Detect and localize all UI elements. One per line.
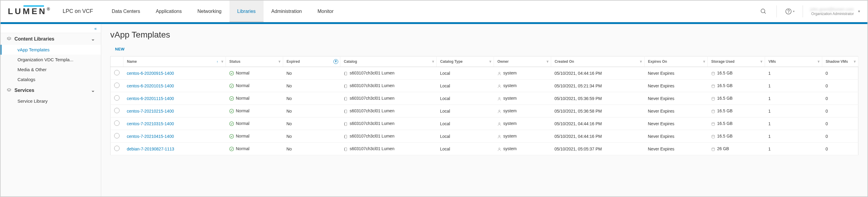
- col-catalog[interactable]: Catalog: [340, 56, 436, 67]
- expired-cell: No: [283, 143, 340, 155]
- col-select[interactable]: [111, 56, 123, 67]
- created-cell: 05/10/2021, 05:05:37 PM: [551, 143, 644, 155]
- col-expired[interactable]: Expired: [283, 56, 340, 67]
- row-select-radio[interactable]: [114, 120, 120, 126]
- filter-icon[interactable]: [432, 60, 435, 63]
- row-select-radio[interactable]: [114, 70, 120, 75]
- filter-icon[interactable]: [853, 60, 856, 63]
- nav-administration[interactable]: Administration: [264, 1, 310, 22]
- col-created-on[interactable]: Created On: [551, 56, 644, 67]
- svg-rect-7: [345, 72, 347, 75]
- owner-cell: system: [503, 108, 517, 113]
- filter-icon[interactable]: [640, 60, 643, 63]
- svg-point-19: [499, 97, 500, 99]
- svg-line-1: [765, 12, 766, 13]
- nav-data-centers[interactable]: Data Centers: [104, 1, 148, 22]
- col-catalog-type[interactable]: Catalog Type: [436, 56, 494, 67]
- status-text: Normal: [236, 121, 249, 126]
- col-name[interactable]: Name↑: [123, 56, 225, 67]
- filter-icon[interactable]: [760, 60, 763, 63]
- filter-icon[interactable]: [278, 60, 281, 63]
- catalog-cell: s603107ch3cl01 Lumen: [350, 146, 395, 151]
- table-row: centos-7-20210315-1400NormalNos603107ch3…: [111, 117, 858, 130]
- svg-point-40: [712, 148, 714, 149]
- svg-point-20: [712, 97, 714, 98]
- svg-point-29: [499, 122, 500, 124]
- row-select-radio[interactable]: [114, 146, 120, 151]
- help-icon[interactable]: ▾: [784, 6, 796, 17]
- nav-applications[interactable]: Applications: [148, 1, 189, 22]
- template-name-link[interactable]: centos-7-20210315-1400: [127, 121, 174, 126]
- catalog-cell: s603107ch3cl01 Lumen: [350, 96, 395, 101]
- col-expires-on[interactable]: Expires On: [644, 56, 708, 67]
- storage-icon: [711, 121, 715, 126]
- table-row: debian-7-20190827-1113NormalNos603107ch3…: [111, 143, 858, 155]
- status-text: Normal: [236, 83, 249, 88]
- row-select-radio[interactable]: [114, 83, 120, 88]
- sidebar-item-catalogs[interactable]: Catalogs: [1, 75, 101, 84]
- template-name-link[interactable]: centos-7-20210215-1400: [127, 109, 174, 114]
- catalog-icon: [344, 96, 348, 101]
- filter-icon[interactable]: [703, 60, 706, 63]
- table-row: centos-7-20210415-1400NormalNos603107ch3…: [111, 130, 858, 143]
- sidebar-section-content-libraries[interactable]: Content Libraries⌄: [1, 33, 101, 45]
- svg-rect-37: [345, 148, 347, 151]
- storage-icon: [711, 83, 715, 88]
- filter-icon[interactable]: [546, 60, 549, 63]
- nav-monitor[interactable]: Monitor: [310, 1, 341, 22]
- nav-networking[interactable]: Networking: [189, 1, 229, 22]
- status-ok-icon: [229, 146, 234, 151]
- status-text: Normal: [236, 134, 249, 139]
- template-name-link[interactable]: centos-6-20201015-1400: [127, 83, 174, 88]
- filter-icon[interactable]: [221, 60, 224, 63]
- sidebar-section-services[interactable]: Services⌄: [1, 84, 101, 96]
- template-name-link[interactable]: centos-6-20200915-1400: [127, 71, 174, 76]
- sidebar-item-service-library[interactable]: Service Library: [1, 96, 101, 106]
- expires-cell: Never Expires: [644, 117, 708, 130]
- vms-cell: 1: [765, 80, 822, 92]
- svg-point-31: [229, 134, 234, 138]
- catalog-icon: [344, 121, 348, 126]
- catalog-type-cell: Local: [436, 143, 494, 155]
- storage-cell: 16.5 GB: [717, 108, 733, 113]
- svg-point-30: [712, 122, 714, 123]
- svg-point-11: [229, 84, 234, 88]
- sidebar-item-organization-vdc-templa-[interactable]: Organization VDC Templa...: [1, 55, 101, 65]
- svg-rect-28: [344, 123, 345, 125]
- vapp-templates-table: Name↑StatusExpiredCatalogCatalog TypeOwn…: [110, 56, 858, 155]
- sort-asc-icon[interactable]: ↑: [217, 60, 218, 63]
- filter-icon[interactable]: [489, 60, 492, 63]
- chevron-down-icon: ⌄: [91, 36, 95, 42]
- expires-cell: Never Expires: [644, 130, 708, 143]
- sidebar-item-vapp-templates[interactable]: vApp Templates: [1, 45, 101, 55]
- row-select-radio[interactable]: [114, 108, 120, 113]
- catalog-type-cell: Local: [436, 80, 494, 92]
- col-status[interactable]: Status: [225, 56, 283, 67]
- catalog-cell: s603107ch3cl01 Lumen: [350, 121, 395, 126]
- sidebar-item-media-other[interactable]: Media & Other: [1, 65, 101, 75]
- col-shadow-vms[interactable]: Shadow VMs: [822, 56, 858, 67]
- row-select-radio[interactable]: [114, 133, 120, 139]
- template-name-link[interactable]: centos-6-20201115-1400: [127, 96, 174, 101]
- owner-cell: system: [503, 121, 517, 126]
- created-cell: 05/10/2021, 05:36:58 PM: [551, 105, 644, 117]
- svg-rect-18: [344, 97, 345, 100]
- collapse-sidebar-icon[interactable]: «: [94, 26, 97, 31]
- status-text: Normal: [236, 108, 249, 113]
- col-owner[interactable]: Owner: [494, 56, 551, 67]
- user-menu-chevron-icon[interactable]: ▾: [858, 9, 860, 13]
- new-button[interactable]: NEW: [115, 47, 125, 51]
- owner-icon: [497, 83, 501, 88]
- expired-cell: No: [283, 117, 340, 130]
- filter-icon[interactable]: [333, 59, 338, 64]
- filter-icon[interactable]: [817, 60, 820, 63]
- nav-libraries[interactable]: Libraries: [229, 1, 264, 22]
- col-storage-used[interactable]: Storage Used: [708, 56, 765, 67]
- svg-point-26: [229, 122, 234, 125]
- svg-point-9: [499, 72, 500, 74]
- template-name-link[interactable]: centos-7-20210415-1400: [127, 134, 174, 139]
- col-vms[interactable]: VMs: [765, 56, 822, 67]
- search-icon[interactable]: [758, 6, 769, 17]
- row-select-radio[interactable]: [114, 95, 120, 101]
- template-name-link[interactable]: debian-7-20190827-1113: [127, 147, 174, 151]
